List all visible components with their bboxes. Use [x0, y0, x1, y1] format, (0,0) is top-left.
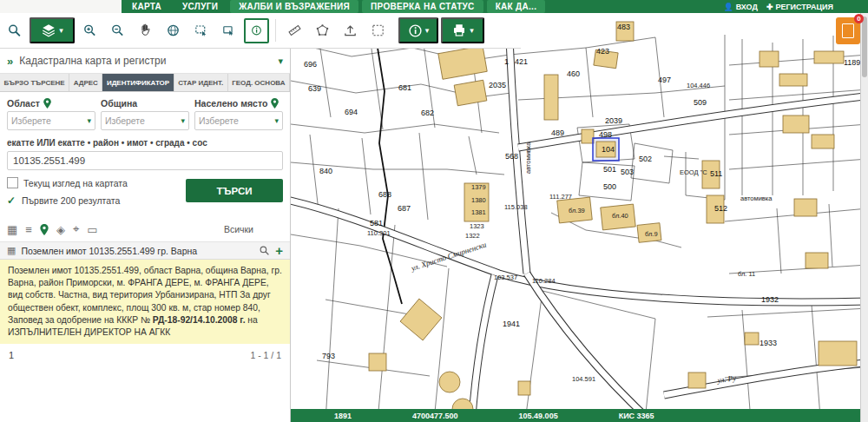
first-200-label: Първите 200 резултата	[22, 195, 120, 206]
grid-view-icon[interactable]: ▦	[7, 223, 17, 236]
basket-button[interactable]: 0	[836, 17, 860, 44]
map-label: 694	[345, 108, 358, 116]
map-label: 512	[714, 204, 727, 213]
result-detail-text[interactable]: Поземлен имот 10135.2551.499, област Вар…	[0, 260, 290, 344]
map-label: 501	[603, 165, 616, 174]
map-label: 687	[398, 204, 411, 213]
checkbox-unchecked[interactable]	[7, 177, 18, 188]
map-label: 497	[658, 76, 671, 84]
layers-small-icon[interactable]: ◈	[56, 223, 65, 236]
toolbar-separator	[275, 19, 276, 42]
chevron-down-icon: ▾	[87, 116, 91, 125]
pagination-row: 1 1 - 1 / 1	[0, 344, 290, 366]
current-view-label: Текущ изглед на картата	[23, 178, 128, 188]
naseleno-label: Населено място	[194, 98, 267, 109]
zoom-to-result-icon[interactable]	[259, 245, 270, 256]
nav-account-area: 👤ВХОД ✚РЕГИСТРАЦИЯ	[723, 3, 868, 11]
basket-count-badge: 0	[854, 14, 864, 23]
tab-address[interactable]: АДРЕС	[69, 74, 102, 91]
chevron-down-icon: ▾	[470, 26, 474, 35]
add-to-basket-icon[interactable]: +	[275, 243, 283, 258]
map-label: 1941	[503, 320, 520, 328]
page-number[interactable]: 1	[9, 350, 14, 360]
register-link[interactable]: ✚РЕГИСТРАЦИЯ	[766, 3, 833, 11]
scrollbar-thumb[interactable]	[862, 16, 867, 77]
obshtina-select[interactable]: Изберете▾	[101, 111, 189, 130]
map-label: 1323	[470, 222, 484, 230]
nav-item-uslugi[interactable]: УСЛУГИ	[174, 0, 227, 13]
pin-results-icon[interactable]	[40, 224, 49, 235]
location-pin-icon[interactable]	[43, 98, 51, 109]
top-navigation: КАРТА УСЛУГИ ЖАЛБИ И ВЪЗРАЖЕНИЯ ПРОВЕРКА…	[0, 0, 868, 13]
identify-info-button[interactable]	[244, 18, 269, 43]
list-view-icon[interactable]: ≡	[25, 223, 32, 236]
nav-item-karta[interactable]: КАРТА	[123, 0, 170, 13]
result-title: Поземлен имот 10135.2551.499 гр. Варна	[21, 246, 253, 256]
full-extent-globe-icon[interactable]	[161, 18, 186, 43]
zoom-out-icon[interactable]	[105, 18, 130, 43]
tab-quick-search[interactable]: БЪРЗО ТЪРСЕНЕ	[0, 74, 69, 91]
measure-length-ruler-icon[interactable]	[282, 18, 307, 43]
map-label: 509	[694, 98, 707, 107]
select-shape-icon[interactable]	[216, 18, 241, 43]
print-menu-button[interactable]: ▾	[441, 17, 484, 43]
measure-area-polygon-icon[interactable]	[310, 18, 335, 43]
all-link[interactable]: Всички	[224, 224, 253, 234]
map-label: автомивка	[524, 142, 532, 174]
tab-old-ident[interactable]: СТАР ИДЕНТ.	[174, 74, 228, 91]
search-icon[interactable]	[2, 18, 27, 43]
map-label: 1379	[471, 183, 486, 191]
map-label: бл. 11	[738, 270, 755, 278]
collapse-chevron-icon[interactable]: ▾	[278, 56, 283, 67]
search-panel: » Кадастрална карта и регистри ▾ БЪРЗО Т…	[0, 49, 291, 422]
vertical-scrollbar[interactable]	[860, 13, 868, 422]
plus-icon: ✚	[766, 3, 773, 11]
map-label: 500	[603, 182, 616, 191]
info-menu-button[interactable]: ▾	[398, 17, 438, 43]
map-label: автомивка	[740, 195, 773, 202]
search-button[interactable]: ТЪРСИ	[186, 179, 283, 202]
map-label: 1189	[844, 58, 860, 67]
select-region-dashed-icon[interactable]	[365, 18, 391, 43]
user-icon: 👤	[723, 3, 733, 11]
parcel-grid-icon: ▦	[7, 245, 16, 256]
pan-hand-icon[interactable]	[133, 18, 158, 43]
map-label: 110.284	[532, 277, 556, 285]
map-label: 688	[378, 190, 391, 199]
naseleno-select[interactable]: Изберете▾	[194, 111, 283, 130]
logo-area	[0, 0, 122, 13]
oblast-select[interactable]: Изберете▾	[7, 111, 95, 130]
result-range: 1 - 1 / 1	[250, 350, 281, 360]
nav-item-proverka[interactable]: ПРОВЕРКА НА СТАТУС	[362, 0, 483, 13]
cadastral-map[interactable]: 69663969468168220351421423483460497104.4…	[291, 13, 868, 422]
map-label: 793	[322, 352, 335, 360]
nav-item-kak-da[interactable]: КАК ДА...	[487, 0, 546, 13]
tab-identifier[interactable]: ИДЕНТИФИКАТОР	[102, 74, 174, 91]
map-label: 115.038	[504, 203, 528, 211]
nav-item-zhalbi[interactable]: ЖАЛБИ И ВЪЗРАЖЕНИЯ	[230, 0, 358, 13]
export-upload-icon[interactable]	[338, 18, 363, 43]
map-toolbar: ▾	[0, 13, 521, 49]
login-link[interactable]: 👤ВХОД	[723, 3, 757, 11]
map-viewport[interactable]: 69663969468168220351421423483460497104.4…	[291, 13, 868, 422]
target-icon[interactable]: ⌖	[73, 222, 79, 236]
map-label: 104.446	[687, 82, 710, 89]
tab-geodetic[interactable]: ГЕОД. ОСНОВА	[228, 74, 290, 91]
map-label: 103.537	[494, 274, 517, 281]
location-pin-icon[interactable]	[271, 98, 279, 109]
map-label: 483	[617, 23, 630, 31]
map-label: 2035	[489, 81, 506, 89]
rect-tool-icon[interactable]: ▭	[87, 223, 97, 236]
layers-button[interactable]: ▾	[30, 17, 75, 43]
result-tools-row: ▦ ≡ ◈ ⌖ ▭ Всички	[0, 217, 290, 242]
zoom-in-icon[interactable]	[77, 18, 102, 43]
select-rect-icon[interactable]	[188, 18, 214, 43]
identifier-input[interactable]	[7, 151, 283, 170]
map-label: 681	[398, 83, 411, 92]
map-label: ЕООД "С	[680, 168, 707, 176]
result-header-row[interactable]: ▦ Поземлен имот 10135.2551.499 гр. Варна…	[0, 242, 290, 260]
checkmark-icon: ✓	[7, 195, 16, 207]
map-label: 1933	[760, 339, 777, 347]
map-label: 460	[567, 69, 580, 78]
map-label: 1380	[471, 196, 486, 204]
